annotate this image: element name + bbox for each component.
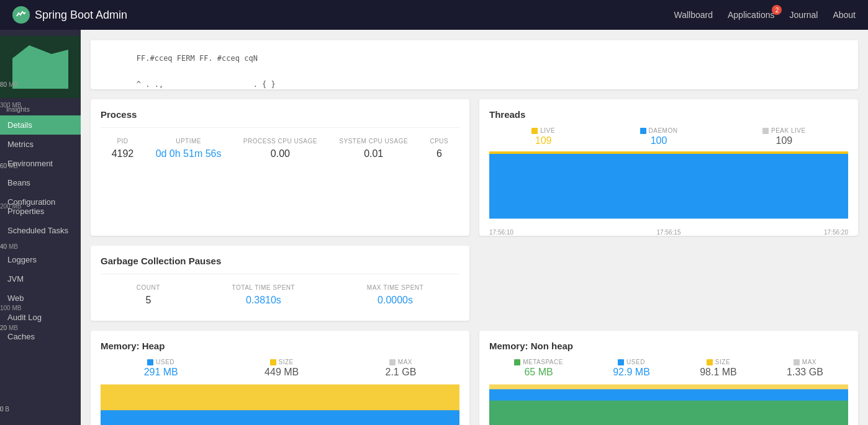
total-label: TOTAL TIME SPENT: [232, 284, 296, 291]
meta-label: METASPACE: [523, 359, 563, 365]
nonheap-legend-max: MAX 1.33 GB: [787, 359, 823, 378]
logo-area: Spring Boot Admin: [12, 6, 127, 24]
log-line1: FF.#cceq FERM FF. #cceq cqN: [137, 54, 258, 63]
system-cpu-label: SYSTEM CPU USAGE: [339, 138, 408, 145]
memory-nonheap-card: Memory: Non heap METASPACE 65 MB USED: [479, 331, 858, 425]
max-value: 0.0000s: [367, 295, 423, 306]
stat-cpus: CPUS 6: [430, 138, 448, 159]
nav-about[interactable]: About: [833, 10, 856, 20]
gc-divider: [101, 274, 459, 274]
applications-badge: 2: [772, 5, 782, 15]
count-label: COUNT: [137, 284, 160, 291]
legend-live: LIVE 109: [531, 127, 555, 146]
log-line2: ^ . ., . { }: [137, 80, 276, 89]
nonheap-legend: METASPACE 65 MB USED 92.9 MB: [489, 359, 848, 378]
heap-title: Memory: Heap: [101, 341, 459, 351]
top-log-card: FF.#cceq FERM FF. #cceq cqN ^ . ., . { }: [91, 40, 858, 89]
nonheap-used-label: USED: [626, 359, 645, 365]
gc-title: Garbage Collection Pauses: [101, 256, 459, 266]
daemon-dot: [640, 128, 646, 134]
stat-pid: PID 4192: [112, 138, 134, 159]
heap-legend-used: USED 291 MB: [144, 359, 178, 378]
peak-live-label: PEAK LIVE: [771, 127, 806, 134]
nonheap-max-value: 1.33 GB: [787, 367, 823, 378]
stat-count: COUNT 5: [137, 284, 160, 306]
peak-live-value: 109: [776, 135, 793, 146]
row3: Memory: Heap USED 291 MB SIZE: [91, 331, 858, 425]
heap-legend-size: SIZE 449 MB: [264, 359, 299, 378]
stat-total-time: TOTAL TIME SPENT 0.3810s: [232, 284, 296, 306]
nonheap-legend-used: USED 92.9 MB: [613, 359, 650, 378]
nonheap-max-dot: [793, 359, 800, 365]
svg-rect-6: [489, 401, 848, 425]
heap-legend-max: MAX 2.1 GB: [386, 359, 417, 378]
meta-value: 65 MB: [524, 367, 553, 378]
heap-chart-container: 400 MB 300 MB 200 MB 100 MB 0 B: [101, 383, 459, 425]
threads-chart-svg: [489, 151, 848, 226]
layout: Insights Details Metrics Environment Bea…: [0, 30, 868, 425]
nonheap-title: Memory: Non heap: [489, 341, 848, 351]
heap-size-value: 449 MB: [264, 367, 299, 378]
memory-heap-card: Memory: Heap USED 291 MB SIZE: [91, 331, 469, 425]
gc-stats: COUNT 5 TOTAL TIME SPENT 0.3810s MAX TIM…: [101, 279, 459, 311]
gc-card: Garbage Collection Pauses COUNT 5 TOTAL …: [91, 246, 469, 321]
heap-chart-area: 17:56:10 17:56:15 17:56:20: [101, 383, 459, 425]
process-cpu-value: 0.00: [243, 148, 317, 159]
threads-legend: LIVE 109 DAEMON 100 PE: [489, 127, 848, 146]
nonheap-size-dot: [707, 359, 713, 365]
daemon-label: DAEMON: [649, 127, 678, 134]
stat-max-time: MAX TIME SPENT 0.0000s: [367, 284, 423, 306]
system-cpu-value: 0.01: [339, 148, 408, 159]
heap-max-dot: [389, 359, 396, 365]
heap-max-label: MAX: [398, 359, 412, 365]
peak-live-dot: [762, 128, 769, 134]
heap-used-dot: [147, 359, 153, 365]
nonheap-legend-meta: METASPACE 65 MB: [514, 359, 563, 378]
nonheap-chart-svg: [489, 383, 848, 425]
process-stats: PID 4192 UPTIME 0d 0h 51m 56s PROCESS CP…: [101, 133, 459, 164]
topnav: Spring Boot Admin Wallboard Applications…: [0, 0, 868, 30]
svg-rect-0: [489, 151, 848, 154]
daemon-value: 100: [651, 135, 667, 146]
live-label: LIVE: [540, 127, 555, 134]
heap-size-dot: [270, 359, 276, 365]
heap-used-label: USED: [156, 359, 174, 365]
process-title: Process: [101, 109, 459, 120]
row1: Process PID 4192 UPTIME 0d 0h 51m 56s PR…: [91, 99, 858, 236]
nonheap-legend-size: SIZE 98.1 MB: [700, 359, 737, 378]
threads-card: Threads LIVE 109 DAEMON: [479, 99, 858, 236]
live-value: 109: [535, 135, 552, 146]
nav-journal[interactable]: Journal: [789, 10, 818, 20]
meta-dot: [514, 359, 520, 365]
stat-system-cpu: SYSTEM CPU USAGE 0.01: [339, 138, 408, 159]
nonheap-chart-area: 17:56:10 17:56:15 17:56:20: [489, 383, 848, 425]
threads-x-labels: 17:56:10 17:56:15 17:56:20: [489, 228, 848, 236]
count-value: 5: [137, 295, 160, 306]
uptime-label: UPTIME: [156, 138, 222, 145]
stat-process-cpu: PROCESS CPU USAGE 0.00: [243, 138, 317, 159]
legend-daemon: DAEMON 100: [640, 127, 678, 146]
svg-rect-3: [101, 410, 459, 425]
legend-peak-live: PEAK LIVE 109: [762, 127, 806, 146]
top-log-content[interactable]: FF.#cceq FERM FF. #cceq cqN ^ . ., . { }: [91, 40, 858, 89]
logo-text: Spring Boot Admin: [35, 9, 127, 22]
process-cpu-label: PROCESS CPU USAGE: [243, 138, 317, 145]
heap-size-label: SIZE: [279, 359, 294, 365]
heap-max-value: 2.1 GB: [386, 367, 417, 378]
threads-chart-container: 100 80 60 40 20 0: [489, 151, 848, 226]
nonheap-max-label: MAX: [802, 359, 816, 365]
row2: Garbage Collection Pauses COUNT 5 TOTAL …: [91, 246, 858, 321]
nonheap-used-dot: [618, 359, 624, 365]
process-card: Process PID 4192 UPTIME 0d 0h 51m 56s PR…: [91, 99, 469, 236]
live-dot: [531, 128, 538, 134]
heap-used-value: 291 MB: [144, 367, 178, 378]
stat-uptime: UPTIME 0d 0h 51m 56s: [156, 138, 222, 159]
cpus-value: 6: [430, 148, 448, 159]
pid-value: 4192: [112, 148, 134, 159]
nav-applications[interactable]: Applications 2: [728, 10, 775, 20]
svg-rect-1: [489, 154, 848, 218]
nav-wallboard[interactable]: Wallboard: [674, 10, 713, 20]
heap-legend: USED 291 MB SIZE 449 MB: [101, 359, 459, 378]
cpus-label: CPUS: [430, 138, 448, 145]
nonheap-size-label: SIZE: [715, 359, 730, 365]
